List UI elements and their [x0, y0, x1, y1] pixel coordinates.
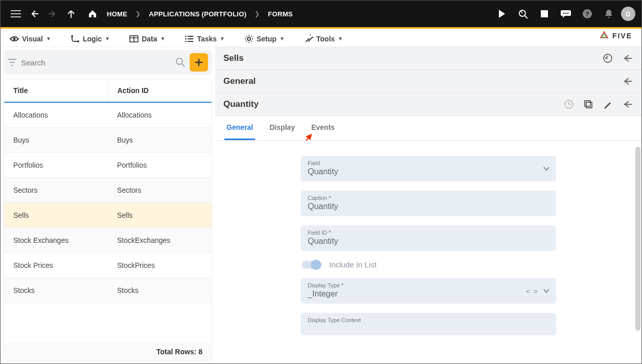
field-display-context[interactable]: Display Type Context	[301, 313, 556, 335]
brand-logo: FIVE	[599, 31, 632, 41]
breadcrumb-applications[interactable]: APPLICATIONS (PORTFOLIO)	[145, 8, 250, 20]
svg-point-8	[71, 35, 73, 37]
field-field-id[interactable]: Field ID * Quantity	[301, 225, 556, 251]
nav-forward-button	[44, 6, 61, 22]
breadcrumb-home[interactable]: HOME	[103, 8, 131, 20]
edit-icon[interactable]	[602, 98, 614, 110]
tab-events[interactable]: Events	[309, 116, 337, 140]
search-input[interactable]	[21, 58, 171, 67]
left-panel: Title Action ID AllocationsAllocationsBu…	[1, 47, 215, 364]
tab-display[interactable]: Display	[267, 116, 297, 140]
nav-back-button[interactable]	[26, 6, 42, 22]
back-arrow-icon[interactable]	[621, 75, 633, 87]
cell-action-id: Stocks	[108, 278, 212, 303]
section-general: General	[215, 70, 641, 93]
svg-rect-15	[586, 102, 592, 108]
table-row[interactable]: SectorsSectors	[4, 178, 212, 203]
cell-action-id: StockPrices	[108, 253, 212, 278]
chevron-down-icon[interactable]	[543, 166, 550, 171]
chat-icon[interactable]	[558, 6, 574, 22]
svg-point-11	[247, 37, 250, 40]
nav-up-button[interactable]	[63, 6, 79, 22]
hamburger-icon[interactable]	[8, 6, 24, 22]
menu-tools[interactable]: Tools▼	[301, 32, 346, 46]
field-caption[interactable]: Caption * Quantity	[301, 191, 556, 216]
menu-data[interactable]: Data▼	[126, 33, 168, 45]
table-footer: Total Rows: 8	[4, 343, 212, 361]
stop-icon[interactable]	[536, 6, 553, 22]
scrollbar[interactable]	[635, 147, 640, 331]
th-title[interactable]: Title	[4, 79, 108, 102]
chevron-right-icon: ❯	[253, 10, 262, 17]
inspect-icon[interactable]	[515, 6, 531, 22]
copy-icon[interactable]	[582, 98, 594, 110]
breadcrumb-forms[interactable]: FORMS	[264, 8, 296, 20]
home-icon[interactable]	[84, 6, 101, 22]
topbar: HOME ❯ APPLICATIONS (PORTFOLIO) ❯ FORMS …	[1, 1, 641, 27]
cell-title: Allocations	[4, 103, 108, 127]
code-icon[interactable]: < >	[526, 287, 538, 295]
back-arrow-icon[interactable]	[621, 52, 633, 64]
menu-tasks[interactable]: Tasks▼	[181, 33, 228, 45]
field-value: Quantity	[308, 237, 549, 246]
cell-title: Sectors	[4, 178, 108, 202]
cell-action-id: Sells	[108, 203, 212, 228]
svg-point-2	[563, 13, 564, 14]
field-label: Field ID *	[308, 230, 549, 236]
menu-setup[interactable]: Setup▼	[241, 32, 288, 46]
content-area: Title Action ID AllocationsAllocationsBu…	[1, 47, 641, 364]
gear-icon	[244, 34, 254, 43]
toggle-label: Include In List	[329, 260, 377, 269]
cell-title: Stocks	[4, 278, 108, 303]
table-row[interactable]: StocksStocks	[4, 278, 212, 303]
field-value: Quantity	[308, 202, 549, 211]
cell-action-id: Buys	[108, 128, 212, 152]
revert-icon[interactable]	[602, 52, 614, 64]
table-row[interactable]: SellsSells	[4, 203, 212, 228]
menu-logic[interactable]: Logic▼	[67, 33, 113, 45]
dropdown-icon: ▼	[338, 36, 343, 41]
cell-action-id: StockExchanges	[108, 228, 212, 253]
tab-general[interactable]: General	[224, 116, 255, 140]
menu-label: Visual	[22, 35, 43, 43]
table-row[interactable]: BuysBuys	[4, 128, 212, 153]
table-row[interactable]: PortfoliosPortfolios	[4, 153, 212, 178]
help-icon[interactable]: ?	[579, 6, 595, 22]
menu-label: Tasks	[197, 35, 217, 43]
toggle-switch[interactable]	[302, 261, 322, 269]
section-title: General	[223, 76, 256, 86]
search-icon[interactable]	[175, 57, 186, 67]
svg-point-4	[567, 13, 568, 14]
cell-action-id: Allocations	[108, 103, 212, 127]
th-action-id[interactable]: Action ID	[108, 79, 212, 102]
add-button[interactable]	[190, 53, 208, 72]
table-header: Title Action ID	[4, 79, 212, 103]
history-icon[interactable]	[563, 98, 575, 110]
table-row[interactable]: AllocationsAllocations	[4, 103, 212, 128]
table-row[interactable]: Stock ExchangesStockExchanges	[4, 228, 212, 253]
bell-icon[interactable]	[601, 6, 617, 22]
field-field[interactable]: Field Quantity	[301, 156, 556, 181]
tabs: General Display Events	[215, 116, 641, 141]
cell-action-id: Portfolios	[108, 153, 212, 177]
table-row[interactable]: Stock PricesStockPrices	[4, 253, 212, 278]
field-value: _Integer	[308, 289, 549, 299]
svg-point-12	[176, 58, 182, 64]
toggle-include-in-list[interactable]: Include In List	[301, 260, 556, 269]
avatar[interactable]: D	[621, 7, 635, 21]
chevron-down-icon[interactable]	[543, 288, 550, 293]
menu-label: Setup	[257, 35, 277, 43]
section-title: Sells	[223, 53, 244, 63]
field-value: Quantity	[308, 167, 549, 176]
field-label: Field	[308, 160, 549, 166]
tasks-icon	[185, 35, 194, 42]
back-arrow-icon[interactable]	[621, 98, 633, 110]
dropdown-icon: ▼	[280, 36, 285, 41]
cell-title: Portfolios	[4, 153, 108, 177]
field-display-type[interactable]: Display Type * _Integer < >	[301, 278, 556, 304]
play-icon[interactable]	[493, 6, 510, 22]
filter-icon[interactable]	[8, 59, 17, 66]
svg-text:?: ?	[585, 10, 589, 18]
field-label: Caption *	[308, 195, 549, 201]
menu-visual[interactable]: Visual▼	[7, 33, 54, 45]
